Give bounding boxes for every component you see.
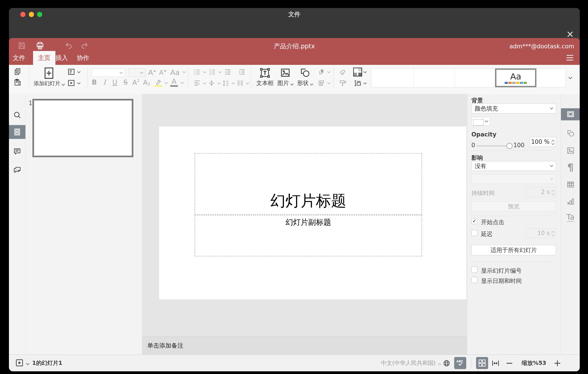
- show-date-checkbox[interactable]: [471, 277, 477, 283]
- slide-layout-chevron-icon[interactable]: [76, 70, 81, 74]
- theme-option-1[interactable]: [371, 68, 414, 87]
- slide-layout-icon[interactable]: [66, 67, 76, 77]
- superscript-button[interactable]: A2: [131, 78, 141, 87]
- delay-checkbox[interactable]: [471, 230, 477, 236]
- opacity-slider-thumb[interactable]: [506, 143, 513, 149]
- change-case-chevron-icon[interactable]: [182, 70, 186, 74]
- fill-color-icon[interactable]: [353, 67, 363, 77]
- start-on-click-checkbox[interactable]: ✓: [471, 218, 477, 224]
- columns-chevron-icon[interactable]: [245, 81, 250, 86]
- textbox-button[interactable]: 文本框: [255, 66, 275, 88]
- zoom-in-icon[interactable]: [553, 358, 563, 368]
- slide-size-chevron-icon[interactable]: [363, 81, 367, 86]
- font-size-select[interactable]: [128, 68, 146, 77]
- line-spacing-chevron-icon[interactable]: [231, 81, 235, 86]
- clear-style-icon[interactable]: [338, 67, 348, 77]
- start-slideshow-status-icon[interactable]: [15, 358, 25, 368]
- delay-spinner[interactable]: 10 s: [526, 228, 556, 238]
- tab-file[interactable]: 文件: [11, 51, 27, 65]
- slide-size-icon[interactable]: [353, 79, 363, 88]
- increase-font-icon[interactable]: A: [147, 68, 157, 77]
- table-settings-icon[interactable]: [561, 178, 580, 191]
- chart-settings-icon[interactable]: [561, 196, 580, 208]
- highlight-color-icon[interactable]: [153, 77, 164, 87]
- tab-insert[interactable]: 插入: [52, 51, 71, 65]
- slides-panel-icon[interactable]: [9, 125, 25, 139]
- title-placeholder[interactable]: 幻灯片标题: [195, 153, 422, 215]
- slide-thumbnail[interactable]: [32, 99, 133, 157]
- opacity-value-spinner[interactable]: 100 %: [530, 137, 556, 147]
- numbered-list-chevron-icon[interactable]: [218, 70, 222, 74]
- subtitle-placeholder[interactable]: 幻灯片副标题: [195, 215, 422, 256]
- language-chevron-icon[interactable]: [437, 362, 442, 367]
- paste-icon[interactable]: [12, 78, 22, 87]
- spellcheck-icon[interactable]: ABC: [454, 357, 466, 369]
- theme-option-3[interactable]: [455, 68, 495, 87]
- shape-align-icon[interactable]: [316, 79, 327, 88]
- effect-select[interactable]: 没有: [471, 161, 556, 171]
- fit-to-width-icon[interactable]: [491, 358, 501, 368]
- search-icon[interactable]: [9, 108, 25, 122]
- tab-collaboration[interactable]: 协作: [74, 51, 92, 65]
- vertical-align-icon[interactable]: [206, 79, 217, 88]
- menu-icon[interactable]: [566, 54, 575, 61]
- bold-button[interactable]: B: [89, 78, 99, 87]
- increase-indent-icon[interactable]: [237, 67, 247, 77]
- textart-settings-icon[interactable]: Ta: [561, 213, 580, 225]
- insert-shape-button[interactable]: 形状: [295, 66, 315, 88]
- strikethrough-button[interactable]: S: [121, 78, 130, 87]
- font-name-select[interactable]: [92, 68, 125, 77]
- chat-icon[interactable]: [9, 163, 25, 177]
- decrease-font-icon[interactable]: A: [158, 68, 168, 77]
- shape-settings-icon[interactable]: [561, 127, 580, 139]
- underline-button[interactable]: U: [110, 78, 120, 87]
- theme-option-2[interactable]: [414, 68, 455, 87]
- vertical-align-chevron-icon[interactable]: [217, 81, 221, 86]
- theme-gallery-expand-icon[interactable]: [567, 75, 574, 80]
- start-slideshow-icon[interactable]: [66, 78, 76, 88]
- slide-surface[interactable]: 幻灯片标题 幻灯片副标题: [159, 126, 466, 299]
- italic-button[interactable]: I: [100, 78, 109, 87]
- fit-to-slide-icon[interactable]: [476, 357, 488, 369]
- add-slide-button[interactable]: 添加幻灯片: [33, 66, 65, 88]
- apply-to-all-slides-button[interactable]: 适用于所有幻灯片: [471, 245, 556, 255]
- decrease-indent-icon[interactable]: [222, 67, 233, 77]
- slideshow-chevron-icon[interactable]: [76, 81, 81, 86]
- paragraph-settings-icon[interactable]: ¶: [561, 161, 580, 173]
- theme-option-5[interactable]: [536, 68, 566, 87]
- opacity-slider-track[interactable]: [476, 146, 509, 146]
- highlight-chevron-icon[interactable]: [164, 80, 168, 85]
- copy-icon[interactable]: [12, 67, 22, 76]
- horizontal-align-chevron-icon[interactable]: [202, 81, 207, 86]
- font-color-icon[interactable]: A: [169, 77, 179, 87]
- horizontal-align-icon[interactable]: [192, 79, 202, 88]
- notes-area[interactable]: 单击添加备注: [142, 337, 467, 354]
- change-case-icon[interactable]: Aa: [168, 68, 181, 77]
- slide-settings-icon[interactable]: [561, 108, 580, 120]
- columns-icon[interactable]: [235, 79, 245, 88]
- duration-spinner[interactable]: 2 s: [526, 187, 556, 197]
- preview-button[interactable]: 预览: [471, 201, 556, 212]
- copy-style-icon[interactable]: [338, 79, 348, 88]
- zoom-out-icon[interactable]: [505, 358, 515, 368]
- line-spacing-icon[interactable]: [221, 79, 231, 88]
- theme-option-selected[interactable]: Aa: [495, 68, 536, 87]
- language-selector[interactable]: 中文(中华人民共和国): [380, 355, 436, 371]
- bullet-list-icon[interactable]: [192, 67, 202, 77]
- arrange-chevron-icon[interactable]: [327, 70, 331, 74]
- show-slide-number-checkbox[interactable]: [471, 267, 477, 273]
- arrange-icon[interactable]: [316, 67, 327, 77]
- subscript-button[interactable]: A2: [142, 78, 151, 87]
- comments-icon[interactable]: [9, 144, 25, 158]
- bullet-list-chevron-icon[interactable]: [202, 70, 207, 74]
- fill-color-swatch[interactable]: [471, 117, 490, 126]
- document-language-icon[interactable]: [442, 359, 451, 367]
- numbered-list-icon[interactable]: 123: [207, 67, 218, 77]
- fill-type-select[interactable]: 颜色填充: [471, 104, 556, 113]
- fill-color-chevron-icon[interactable]: [363, 70, 367, 74]
- slideshow-status-chevron-icon[interactable]: [25, 361, 30, 365]
- shape-align-chevron-icon[interactable]: [327, 81, 331, 86]
- effect-type-select[interactable]: [471, 174, 556, 184]
- insert-image-button[interactable]: 图片: [276, 66, 294, 88]
- font-color-chevron-icon[interactable]: [180, 80, 185, 85]
